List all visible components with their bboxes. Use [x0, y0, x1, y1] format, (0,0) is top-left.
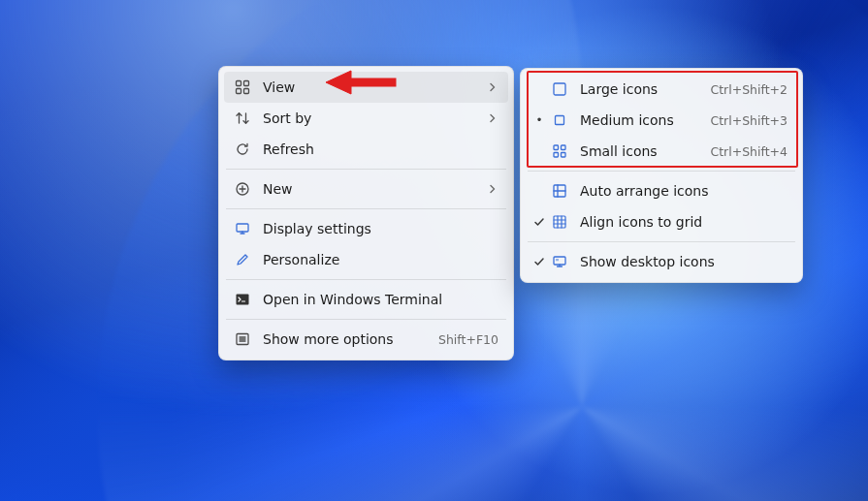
- submenu-item-medium-icons[interactable]: • Medium icons Ctrl+Shift+3: [526, 105, 797, 136]
- submenu-item-shortcut: Ctrl+Shift+4: [710, 144, 788, 159]
- desktop-context-menu: View Sort by Refresh: [218, 66, 514, 360]
- menu-item-shortcut: Shift+F10: [438, 332, 498, 347]
- svg-rect-1: [244, 81, 249, 86]
- personalize-icon: [234, 251, 251, 268]
- menu-item-refresh[interactable]: Refresh: [224, 134, 508, 165]
- svg-rect-12: [554, 153, 559, 158]
- menu-separator: [226, 279, 506, 280]
- chevron-right-icon: [489, 113, 498, 123]
- svg-rect-0: [237, 81, 241, 86]
- svg-rect-2: [237, 89, 241, 94]
- submenu-item-small-icons[interactable]: Small icons Ctrl+Shift+4: [526, 136, 797, 167]
- sort-icon: [234, 110, 251, 127]
- show-more-icon: [234, 330, 251, 348]
- menu-item-label: Display settings: [263, 221, 498, 236]
- plus-circle-icon: [234, 180, 251, 198]
- menu-item-label: Open in Windows Terminal: [263, 292, 498, 307]
- submenu-item-shortcut: Ctrl+Shift+3: [710, 113, 788, 128]
- menu-separator: [528, 241, 795, 242]
- menu-item-personalize[interactable]: Personalize: [224, 244, 508, 275]
- menu-item-new[interactable]: New: [224, 173, 508, 204]
- chevron-right-icon: [489, 184, 498, 194]
- submenu-item-label: Auto arrange icons: [580, 183, 788, 199]
- submenu-item-shortcut: Ctrl+Shift+2: [710, 82, 788, 97]
- menu-item-label: Refresh: [263, 141, 498, 157]
- svg-rect-11: [562, 145, 566, 150]
- medium-icons-icon: [551, 111, 568, 129]
- menu-item-label: New: [263, 181, 489, 197]
- small-icons-icon: [551, 142, 568, 160]
- svg-rect-10: [554, 145, 559, 150]
- submenu-item-show-desktop-icons[interactable]: Show desktop icons: [526, 246, 797, 277]
- submenu-item-large-icons[interactable]: Large icons Ctrl+Shift+2: [526, 74, 797, 105]
- svg-rect-5: [237, 224, 248, 232]
- svg-rect-6: [237, 295, 249, 305]
- menu-separator: [528, 171, 795, 172]
- svg-rect-16: [554, 257, 565, 265]
- menu-item-show-more-options[interactable]: Show more options Shift+F10: [224, 324, 508, 355]
- menu-separator: [226, 169, 506, 170]
- menu-item-open-terminal[interactable]: Open in Windows Terminal: [224, 284, 508, 315]
- menu-item-label: View: [263, 79, 489, 95]
- chevron-right-icon: [489, 82, 498, 92]
- svg-rect-8: [554, 83, 565, 95]
- view-submenu: Large icons Ctrl+Shift+2 • Medium icons …: [520, 68, 803, 283]
- menu-item-display-settings[interactable]: Display settings: [224, 213, 508, 244]
- menu-item-label: Sort by: [263, 110, 489, 126]
- submenu-item-align-grid[interactable]: Align icons to grid: [526, 206, 797, 237]
- svg-rect-9: [556, 116, 564, 125]
- check-indicator-checked: [531, 216, 547, 228]
- align-grid-icon: [551, 213, 568, 231]
- menu-separator: [226, 319, 506, 320]
- radio-indicator-selected: •: [531, 113, 547, 127]
- view-icon: [234, 78, 251, 96]
- large-icons-icon: [551, 80, 568, 98]
- refresh-icon: [234, 141, 251, 158]
- menu-item-view[interactable]: View: [224, 72, 508, 103]
- submenu-item-auto-arrange[interactable]: Auto arrange icons: [526, 175, 797, 206]
- desktop-icon: [551, 253, 568, 270]
- submenu-item-label: Small icons: [580, 143, 710, 159]
- menu-separator: [226, 208, 506, 209]
- menu-item-sort-by[interactable]: Sort by: [224, 103, 508, 134]
- svg-rect-3: [244, 89, 249, 94]
- menu-item-label: Show more options: [263, 331, 438, 347]
- terminal-icon: [234, 291, 251, 308]
- submenu-item-label: Large icons: [580, 81, 710, 97]
- svg-rect-17: [556, 259, 559, 261]
- auto-arrange-icon: [551, 182, 568, 200]
- svg-rect-13: [562, 153, 566, 158]
- submenu-item-label: Show desktop icons: [580, 254, 788, 269]
- display-settings-icon: [234, 220, 251, 237]
- submenu-item-label: Align icons to grid: [580, 214, 788, 230]
- menu-item-label: Personalize: [263, 252, 498, 267]
- submenu-item-label: Medium icons: [580, 112, 710, 128]
- svg-rect-15: [554, 216, 565, 228]
- check-indicator-checked: [531, 256, 547, 267]
